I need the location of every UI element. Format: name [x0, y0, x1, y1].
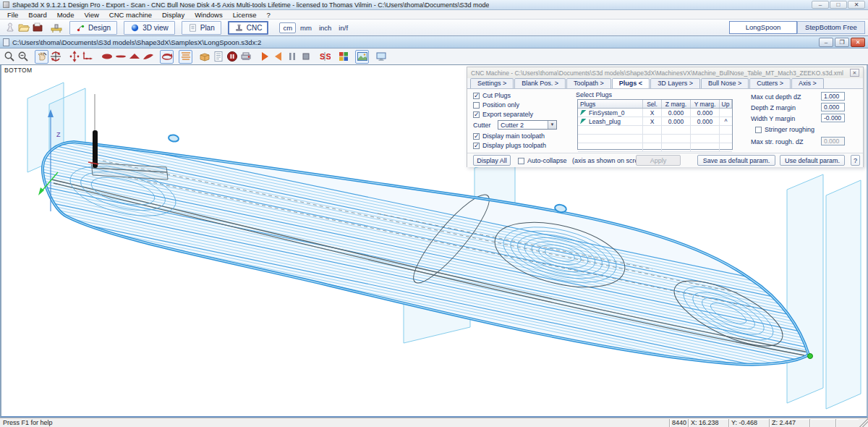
- menu-item-view[interactable]: View: [79, 11, 103, 19]
- gcode-doc-icon[interactable]: [211, 50, 225, 64]
- svg-text:S: S: [320, 52, 325, 61]
- panel-tab-plugs[interactable]: Plugs <: [612, 78, 650, 88]
- menu-item-mode[interactable]: Mode: [52, 11, 80, 19]
- zoom-out-icon[interactable]: [16, 50, 30, 64]
- rotate-3d-icon[interactable]: [48, 50, 62, 64]
- chevron-down-icon[interactable]: ▼: [548, 121, 556, 129]
- unit-cm[interactable]: cm: [279, 22, 296, 33]
- table-row[interactable]: FinSystem_0X0.0000.000: [578, 109, 732, 117]
- save-default-button[interactable]: Save as default param.: [697, 155, 775, 166]
- menu-item-file[interactable]: File: [2, 11, 23, 19]
- outline-view-icon[interactable]: [100, 50, 114, 64]
- max-str-rough-field[interactable]: 0.000: [821, 137, 845, 145]
- panel-tab-settings[interactable]: Settings >: [470, 78, 514, 88]
- 3dview-mode-button[interactable]: 3D view: [124, 21, 175, 35]
- toolpath-lines-icon[interactable]: [179, 50, 192, 64]
- plug-icon: [580, 110, 587, 116]
- panel-tab-cutters[interactable]: Cutters >: [749, 78, 791, 88]
- position-only-checkbox[interactable]: Position only: [473, 101, 519, 109]
- panel-help-button[interactable]: ?: [851, 155, 860, 166]
- plan-mode-button[interactable]: Plan: [182, 21, 221, 35]
- board-tab-stepbottom[interactable]: StepBottom Free: [797, 21, 865, 34]
- menu-item-display[interactable]: Display: [157, 11, 190, 19]
- cnc-mode-button[interactable]: CNC: [228, 21, 269, 35]
- cnc-machine-panel: CNC Machine - C:\Users\thoma\Documents\S…: [467, 67, 864, 167]
- use-default-button[interactable]: Use default param.: [780, 155, 845, 166]
- apply-button[interactable]: Apply: [636, 155, 681, 166]
- cut-plugs-checkbox[interactable]: Cut Plugs: [473, 92, 511, 99]
- unit-mm[interactable]: mm: [297, 23, 315, 33]
- resize-grip[interactable]: [859, 418, 868, 427]
- machine-table-icon[interactable]: [49, 21, 63, 35]
- play-icon[interactable]: [258, 50, 271, 64]
- menu-item-windows[interactable]: Windows: [190, 11, 228, 19]
- pawn-tool-icon[interactable]: [3, 21, 17, 35]
- depth-z-margin-field[interactable]: 0.000: [821, 103, 845, 111]
- board-tabs: LongSpoon StepBottom Free: [729, 21, 865, 34]
- status-cell-1: X: 16.238: [688, 419, 728, 427]
- board-tab-longspoon[interactable]: LongSpoon: [729, 21, 797, 34]
- minimize-button[interactable]: –: [812, 1, 829, 9]
- panel-tab-3dlayers[interactable]: 3D Layers >: [650, 78, 700, 88]
- panel-tab-toolpath[interactable]: Toolpath >: [566, 78, 611, 88]
- panel-close-icon[interactable]: ✕: [850, 69, 859, 77]
- width-scale-icon[interactable]: [67, 50, 81, 64]
- max-cut-depth-field[interactable]: 1.000: [821, 92, 845, 101]
- auto-collapse-checkbox[interactable]: Auto-collapse: [518, 157, 567, 164]
- stringer-roughing-checkbox[interactable]: Stringer roughing: [755, 126, 814, 133]
- view-toolbar: SS: [0, 48, 868, 65]
- pause-icon[interactable]: [285, 50, 299, 64]
- symmetry-icon[interactable]: SS: [318, 50, 331, 64]
- viewport-3d[interactable]: BOTTOM: [0, 65, 868, 418]
- record-icon[interactable]: [225, 50, 239, 64]
- width-y-margin-field[interactable]: -0.000: [821, 114, 845, 122]
- menu-item-license[interactable]: License: [228, 11, 262, 19]
- panel-footer: Display All Auto-collapse (axis as shown…: [467, 153, 863, 167]
- panel-tab-bullnose[interactable]: Bull Nose >: [701, 78, 749, 88]
- table-row[interactable]: Leash_plugX0.0000.000^: [578, 117, 732, 126]
- rotate-view-icon[interactable]: [160, 50, 174, 64]
- rocker-scale-icon[interactable]: [81, 50, 95, 64]
- display-main-toolpath-checkbox[interactable]: Display main toolpath: [473, 132, 545, 140]
- status-cell-5: [835, 419, 859, 427]
- menu-item-cnc-machine[interactable]: CNC machine: [104, 11, 157, 19]
- doc-restore-button[interactable]: ❐: [835, 38, 849, 47]
- close-button[interactable]: ✕: [848, 1, 865, 9]
- panel-tabs: Settings >Blank Pos. >Toolpath >Plugs <3…: [467, 78, 863, 89]
- pan-hand-icon[interactable]: [35, 50, 48, 64]
- stop-icon[interactable]: [299, 50, 312, 64]
- open-box-icon[interactable]: [197, 50, 211, 64]
- cutter-tool: [93, 94, 98, 168]
- display-plugs-toolpath-checkbox[interactable]: Display plugs toolpath: [473, 142, 546, 149]
- maximize-button[interactable]: □: [830, 1, 847, 9]
- snapshot-icon[interactable]: [355, 50, 369, 64]
- menu-item-board[interactable]: Board: [23, 11, 51, 19]
- plug-icon: [580, 119, 587, 124]
- rail-plug-bump-1: [168, 134, 179, 142]
- unit-in-f[interactable]: in/f: [336, 23, 351, 33]
- panel-tab-blankpos[interactable]: Blank Pos. >: [514, 78, 566, 88]
- panel-tab-axis[interactable]: Axis >: [791, 78, 824, 88]
- profile-view-icon[interactable]: [127, 50, 141, 64]
- layers-colors-icon[interactable]: [336, 50, 350, 64]
- slice-view-icon[interactable]: [141, 50, 155, 64]
- plugs-table[interactable]: PlugsSel.Z marg.Y marg.UpFinSystem_0X0.0…: [577, 99, 733, 150]
- menu-item-?[interactable]: ?: [261, 11, 275, 19]
- thickness-view-icon[interactable]: [114, 50, 127, 64]
- width-y-margin-label: Width Y margin: [751, 115, 795, 122]
- doc-close-button[interactable]: ✕: [851, 38, 865, 47]
- design-mode-button[interactable]: Design: [69, 21, 117, 35]
- play-back-icon[interactable]: [271, 50, 285, 64]
- open-folder-icon[interactable]: [17, 21, 30, 35]
- cutter-dropdown[interactable]: Cutter 2▼: [498, 120, 557, 130]
- monitor-icon[interactable]: [374, 50, 388, 64]
- save-board-icon[interactable]: [30, 21, 44, 35]
- zoom-in-icon[interactable]: [2, 50, 16, 64]
- doc-minimize-button[interactable]: –: [819, 38, 833, 47]
- display-all-button[interactable]: Display All: [473, 155, 511, 166]
- unit-inch[interactable]: inch: [316, 23, 334, 33]
- plan-doc-icon: [188, 23, 197, 33]
- document-controls: – ❐ ✕: [819, 38, 865, 47]
- export-separately-checkbox[interactable]: Export separately: [473, 111, 533, 118]
- export-machine-icon[interactable]: [239, 50, 252, 64]
